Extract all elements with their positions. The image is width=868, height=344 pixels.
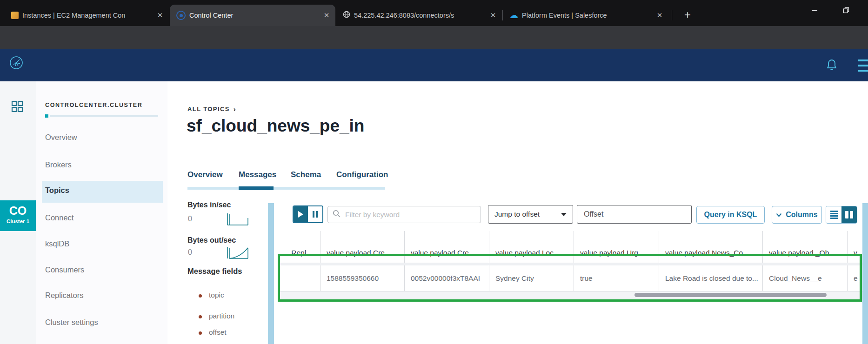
bullet-icon xyxy=(199,294,202,298)
tab-title: Instances | EC2 Management Con xyxy=(22,12,151,19)
list-view-button[interactable] xyxy=(826,206,841,223)
bytes-in-label: Bytes in/sec xyxy=(187,201,231,209)
pause-button[interactable] xyxy=(308,206,322,222)
confluent-logo-icon[interactable] xyxy=(9,56,23,72)
cluster-name: Cluster 1 xyxy=(0,218,36,224)
card-view-button[interactable] xyxy=(841,206,857,223)
sidebar-heading: CONTROLCENTER.CLUSTER xyxy=(45,102,142,108)
table-cell[interactable]: true xyxy=(574,265,659,291)
horizontal-scrollbar[interactable] xyxy=(634,293,827,297)
tab-messages[interactable]: Messages xyxy=(239,170,276,179)
window-minimize-button[interactable] xyxy=(804,2,825,19)
table-cell[interactable]: Cloud_News__e xyxy=(762,265,847,291)
notifications-bell-icon[interactable] xyxy=(826,59,838,73)
sidebar-divider-accent xyxy=(45,114,48,118)
table-cell[interactable]: 0052v00000f3xT8AAI xyxy=(404,265,489,291)
columns-button-label: Columns xyxy=(786,211,817,219)
table-cell[interactable] xyxy=(279,265,320,291)
browser-tab-control-center[interactable]: Control Center ✕ xyxy=(170,5,335,26)
clusters-grid-icon[interactable] xyxy=(11,100,23,114)
field-partition[interactable]: partition xyxy=(209,312,234,320)
column-header[interactable]: .Repl... xyxy=(279,231,320,263)
browser-tab-ec2[interactable]: Instances | EC2 Management Con ✕ xyxy=(5,5,169,26)
pause-icon xyxy=(313,211,314,218)
menu-hamburger-icon[interactable] xyxy=(858,60,868,72)
breadcrumb-all-topics[interactable]: ALL TOPICS xyxy=(187,106,230,112)
filter-field xyxy=(327,206,481,223)
view-toggle xyxy=(826,206,857,224)
page-title: sf_cloud_news_pe_in xyxy=(187,116,364,136)
column-header[interactable]: v xyxy=(847,231,864,263)
query-in-ksql-button[interactable]: Query in KSQL xyxy=(696,206,765,224)
search-icon xyxy=(333,210,341,219)
tab-underline-track xyxy=(187,187,385,190)
confluent-icon xyxy=(176,11,186,20)
column-header[interactable]: value.payload.News_Co... xyxy=(659,231,762,263)
breadcrumb[interactable]: ALL TOPICS › xyxy=(187,105,236,113)
active-tab-underline xyxy=(239,186,274,190)
close-icon[interactable]: ✕ xyxy=(488,10,498,20)
offset-field xyxy=(577,205,692,224)
table-cell[interactable]: e xyxy=(847,265,864,291)
column-header[interactable]: value.payload.Urg... xyxy=(574,231,659,263)
column-header[interactable]: value.payload.Cre... xyxy=(404,231,489,263)
tab-configuration[interactable]: Configuration xyxy=(336,170,388,179)
sidebar-item-connect[interactable]: Connect xyxy=(45,213,73,222)
field-topic[interactable]: topic xyxy=(209,291,224,299)
caret-down-icon xyxy=(561,213,567,216)
columns-button[interactable]: Columns xyxy=(772,206,822,224)
close-icon[interactable]: ✕ xyxy=(155,10,165,20)
chevron-down-icon xyxy=(776,211,782,219)
tab-overview[interactable]: Overview xyxy=(187,170,223,179)
browser-tab-connectors[interactable]: 54.225.42.246:8083/connectors/s ✕ xyxy=(336,5,502,26)
table-cell[interactable]: Lake Road is closed due to... xyxy=(659,265,762,291)
tab-title: Platform Events | Salesforce xyxy=(522,12,651,19)
ec2-cube-icon xyxy=(11,12,19,19)
column-header[interactable]: value.payload.Loc... xyxy=(489,231,574,263)
play-pause-control xyxy=(293,205,323,223)
play-button[interactable] xyxy=(294,206,308,222)
sidebar-item-cluster-settings[interactable]: Cluster settings xyxy=(45,318,98,327)
close-icon[interactable]: ✕ xyxy=(654,10,665,20)
tab-schema[interactable]: Schema xyxy=(291,170,321,179)
sidebar-item-ksqldb[interactable]: ksqlDB xyxy=(45,239,69,248)
sidebar-item-consumers[interactable]: Consumers xyxy=(45,265,84,274)
table-cell[interactable]: Sydney City xyxy=(489,265,574,291)
bullet-icon xyxy=(199,315,202,318)
window-restore-button[interactable] xyxy=(835,2,857,19)
field-offset[interactable]: offset xyxy=(209,328,227,337)
globe-icon xyxy=(343,11,350,20)
new-tab-button[interactable]: + xyxy=(679,7,696,23)
cluster-tile[interactable]: CO Cluster 1 xyxy=(0,200,36,231)
tab-title: Control Center xyxy=(189,12,318,19)
jump-to-offset-select[interactable]: Jump to offset xyxy=(488,205,573,224)
sidebar xyxy=(36,81,167,344)
browser-window: Instances | EC2 Management Con ✕ Control… xyxy=(0,0,868,344)
ksql-button-label: Query in KSQL xyxy=(704,211,757,219)
cluster-initials: CO xyxy=(0,204,36,218)
chevron-right-icon: › xyxy=(234,105,236,113)
tab-title: 54.225.42.246:8083/connectors/s xyxy=(354,12,484,19)
bytes-in-value: 0 xyxy=(188,215,192,223)
salesforce-cloud-icon: ☁ xyxy=(509,12,518,19)
sidebar-item-topics-label: Topics xyxy=(45,186,69,195)
table-cell[interactable]: 1588559350660 xyxy=(320,265,404,291)
sidebar-item-replicators[interactable]: Replicators xyxy=(45,291,84,300)
close-icon[interactable]: ✕ xyxy=(321,10,332,20)
play-icon xyxy=(298,211,303,218)
offset-input[interactable] xyxy=(577,210,691,218)
jump-to-offset-value: Jump to offset xyxy=(494,210,561,218)
bytes-out-sparkline xyxy=(226,245,249,262)
column-header[interactable]: value.payload.Cre... xyxy=(320,231,404,263)
filter-input[interactable] xyxy=(344,210,476,219)
bytes-in-sparkline xyxy=(226,212,249,229)
sidebar-item-topics[interactable]: Topics xyxy=(42,181,163,203)
page-scrollbar[interactable] xyxy=(862,203,868,344)
browser-tab-salesforce[interactable]: ☁ Platform Events | Salesforce ✕ xyxy=(503,5,668,26)
confluent-header: CONFLUENT xyxy=(0,49,868,81)
column-header[interactable]: value.payload._Ob... xyxy=(762,231,847,263)
sidebar-item-overview[interactable]: Overview xyxy=(45,133,77,142)
panel-scrollbar[interactable] xyxy=(268,203,274,344)
cluster-rail: CO Cluster 1 xyxy=(0,81,36,344)
sidebar-item-brokers[interactable]: Brokers xyxy=(45,160,72,169)
